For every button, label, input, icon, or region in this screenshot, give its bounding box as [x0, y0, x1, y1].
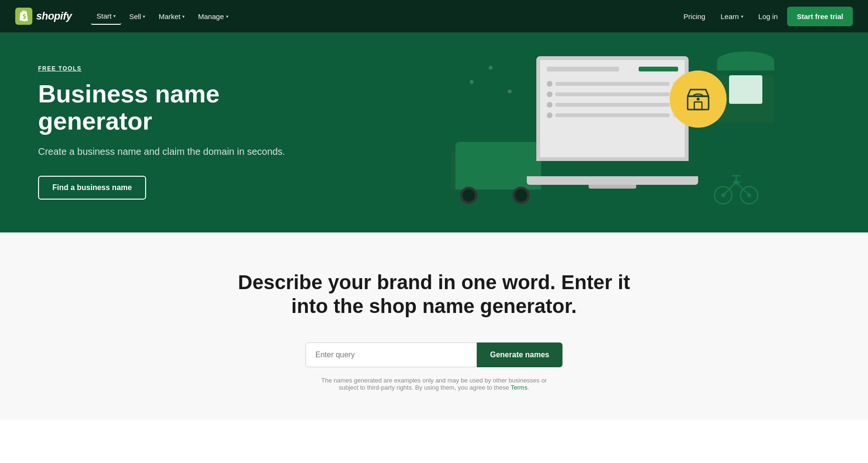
- illustration-scene: [441, 42, 774, 223]
- main-section: Describe your brand in one word. Enter i…: [0, 232, 868, 420]
- truck-wheel-front: [460, 187, 477, 204]
- query-input[interactable]: [306, 342, 477, 367]
- hero-tag: FREE TOOLS: [38, 65, 286, 72]
- search-area: Generate names: [10, 342, 858, 367]
- nav-pricing[interactable]: Pricing: [678, 9, 711, 24]
- nav-links: Start ▾ Sell ▾ Market ▾ Manage ▾: [91, 8, 678, 25]
- hero-section: FREE TOOLS Business name generator Creat…: [0, 32, 868, 232]
- hero-content: FREE TOOLS Business name generator Creat…: [38, 65, 286, 200]
- navigation: shopify Start ▾ Sell ▾ Market ▾ Manage ▾…: [0, 0, 868, 32]
- generate-names-button[interactable]: Generate names: [477, 342, 563, 367]
- main-heading: Describe your brand in one word. Enter i…: [220, 271, 648, 319]
- terms-link[interactable]: Terms: [511, 384, 527, 391]
- nav-item-start[interactable]: Start ▾: [91, 8, 122, 25]
- svg-point-4: [697, 98, 700, 101]
- nav-item-sell[interactable]: Sell ▾: [123, 9, 151, 24]
- start-trial-button[interactable]: Start free trial: [787, 7, 853, 26]
- chevron-down-icon: ▾: [143, 14, 145, 19]
- laptop-screen: [536, 56, 689, 161]
- deco-dot: [470, 80, 473, 84]
- hero-title: Business name generator: [38, 81, 286, 135]
- svg-line-11: [723, 182, 736, 195]
- storefront: [717, 51, 774, 128]
- deco-dot: [508, 90, 512, 93]
- nav-learn[interactable]: Learn ▾: [715, 9, 749, 24]
- shopify-logo-icon: [15, 8, 32, 25]
- store-badge: [670, 70, 727, 128]
- chevron-down-icon: ▾: [182, 14, 185, 19]
- svg-line-10: [736, 182, 749, 195]
- nav-item-market[interactable]: Market ▾: [153, 9, 190, 24]
- laptop: [527, 56, 698, 190]
- logo-text: shopify: [36, 10, 72, 22]
- svg-rect-3: [694, 102, 702, 110]
- deco-dot: [489, 66, 493, 70]
- storefront-awning: [717, 51, 774, 70]
- nav-item-manage[interactable]: Manage ▾: [192, 9, 234, 24]
- svg-point-15: [734, 181, 738, 184]
- hero-illustration: [347, 32, 868, 232]
- disclaimer-text: The names generated are examples only an…: [315, 377, 553, 391]
- nav-right: Pricing Learn ▾ Log in Start free trial: [678, 7, 853, 26]
- find-business-name-button[interactable]: Find a business name: [38, 176, 146, 200]
- chevron-down-icon: ▾: [226, 14, 228, 19]
- logo[interactable]: shopify: [15, 8, 72, 25]
- laptop-base: [527, 176, 698, 185]
- svg-rect-0: [15, 8, 32, 25]
- chevron-down-icon: ▾: [741, 14, 743, 19]
- bicycle: [712, 169, 760, 209]
- storefront-window: [729, 75, 762, 104]
- hero-subtitle: Create a business name and claim the dom…: [38, 144, 286, 159]
- chevron-down-icon: ▾: [113, 13, 116, 19]
- store-icon: [684, 85, 712, 113]
- laptop-foot: [589, 185, 636, 189]
- nav-login[interactable]: Log in: [753, 9, 784, 24]
